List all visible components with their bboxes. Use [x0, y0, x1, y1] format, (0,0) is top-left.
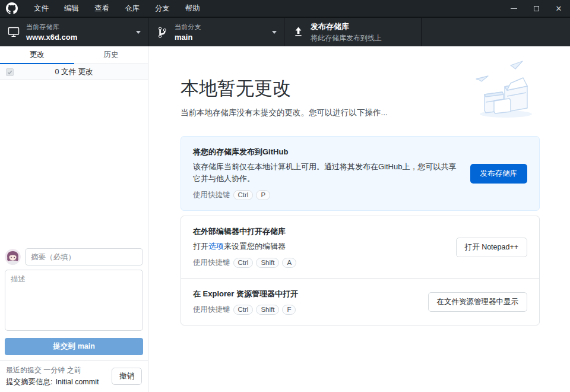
commit-description-textarea[interactable]: [5, 270, 143, 331]
publish-card-title: 将您的存储库发布到GitHub: [193, 147, 460, 157]
key-shift: Shift: [256, 258, 279, 268]
branch-name: main: [175, 33, 201, 42]
commit-button-branch: main: [78, 342, 95, 350]
menu-bar: 文件 编辑 查看 仓库 分支 帮助: [26, 0, 208, 17]
publish-repository-button[interactable]: 发布存储库: [470, 164, 528, 184]
menu-view[interactable]: 查看: [87, 0, 117, 17]
commit-summary-input[interactable]: [25, 248, 143, 265]
minimize-button[interactable]: [502, 0, 525, 17]
toolbar: 当前存储库 www.x6d.com 当前分支 main 发布存储库 将此存储库发…: [0, 17, 570, 46]
open-in-notepad-button[interactable]: 打开 Notepad++: [456, 238, 527, 257]
current-branch-selector[interactable]: 当前分支 main: [148, 18, 284, 46]
close-button[interactable]: ✕: [547, 0, 570, 17]
window-controls: ✕: [502, 0, 570, 17]
recent-commit-panel: 最近的提交 一分钟 之前 提交摘要信息:Initial commit 撤销: [0, 360, 148, 392]
repository-name: www.x6d.com: [26, 33, 77, 42]
git-branch-icon: [156, 26, 169, 39]
publish-subtitle: 将此存储库发布到线上: [311, 33, 382, 43]
commit-form: 提交到main: [0, 244, 148, 360]
maximize-icon: [534, 6, 539, 11]
changes-list-empty: [0, 80, 148, 244]
show-in-explorer-button[interactable]: 在文件资源管理器中显示: [428, 292, 528, 312]
minimize-icon: [511, 8, 517, 9]
options-link[interactable]: 选项: [208, 242, 224, 251]
recent-commit-summary-value: Initial commit: [55, 378, 99, 386]
open-in-editor-card: 在外部编辑器中打开存储库 打开选项来设置您的编辑器 使用快捷键 Ctrl Shi…: [181, 216, 539, 278]
menu-edit[interactable]: 编辑: [56, 0, 87, 17]
avatar: [5, 249, 21, 265]
explorer-card-title: 在 Explorer 资源管理器中打开: [193, 289, 417, 299]
select-all-checkbox[interactable]: [6, 68, 14, 76]
current-repository-selector[interactable]: 当前存储库 www.x6d.com: [0, 18, 148, 46]
editor-card-shortcut: 使用快捷键 Ctrl Shift A: [193, 258, 445, 268]
editor-card-title: 在外部编辑器中打开存储库: [193, 226, 445, 237]
branch-label: 当前分支: [175, 23, 201, 31]
computer-icon: [7, 27, 20, 37]
publish-card-shortcut: 使用快捷键 Ctrl P: [193, 190, 460, 200]
chevron-down-icon: [136, 31, 141, 34]
chevron-down-icon: [272, 31, 277, 34]
publish-to-github-card: 将您的存储库发布到GitHub 该存储库当前仅在本地计算机上可用。通过将其发布在…: [180, 136, 540, 211]
maximize-button[interactable]: [525, 0, 547, 17]
files-changed-count: 0 文件 更改: [0, 67, 148, 77]
commit-button-label: 提交到: [53, 342, 75, 350]
open-actions-group: 在外部编辑器中打开存储库 打开选项来设置您的编辑器 使用快捷键 Ctrl Shi…: [180, 216, 540, 325]
key-ctrl: Ctrl: [233, 305, 254, 315]
menu-help[interactable]: 帮助: [178, 0, 208, 17]
commit-to-branch-button[interactable]: 提交到main: [5, 338, 143, 355]
publish-title: 发布存储库: [311, 21, 382, 32]
key-shift: Shift: [256, 305, 279, 315]
recent-commit-time: 最近的提交 一分钟 之前: [6, 365, 99, 375]
github-logo-icon: [6, 2, 18, 14]
explorer-card-shortcut: 使用快捷键 Ctrl Shift F: [193, 305, 417, 315]
close-icon: ✕: [556, 5, 562, 12]
recent-commit-summary-label: 提交摘要信息:: [6, 378, 52, 386]
publish-repository-action[interactable]: 发布存储库 将此存储库发布到线上: [284, 18, 422, 46]
menu-repository[interactable]: 仓库: [117, 0, 147, 17]
undo-commit-button[interactable]: 撤销: [112, 368, 142, 385]
sidebar-tabs: 更改 历史: [0, 46, 148, 64]
key-a: A: [282, 258, 296, 268]
tab-history[interactable]: 历史: [74, 46, 148, 64]
menu-branch[interactable]: 分支: [147, 0, 178, 17]
menu-file[interactable]: 文件: [26, 0, 56, 17]
key-ctrl: Ctrl: [233, 258, 254, 268]
tab-changes[interactable]: 更改: [0, 46, 74, 64]
open-in-explorer-card: 在 Explorer 资源管理器中打开 使用快捷键 Ctrl Shift F 在…: [181, 278, 539, 325]
sidebar: 更改 历史 0 文件 更改: [0, 46, 148, 392]
empty-state-illustration: [467, 59, 543, 120]
key-ctrl: Ctrl: [233, 190, 254, 200]
main-pane: 本地暂无更改 当前本地存储库没有未提交的更改。您可以进行以下操作... 将您的存…: [148, 46, 570, 392]
title-bar: 文件 编辑 查看 仓库 分支 帮助 ✕: [0, 0, 570, 17]
publish-card-description: 该存储库当前仅在本地计算机上可用。通过将其发布在GitHub上，您可以共享它并与…: [193, 161, 460, 185]
repository-label: 当前存储库: [26, 23, 77, 31]
key-f: F: [282, 305, 296, 315]
changed-files-header: 0 文件 更改: [0, 64, 148, 80]
blank-slate-actions: 将您的存储库发布到GitHub 该存储库当前仅在本地计算机上可用。通过将其发布在…: [180, 136, 540, 325]
upload-icon: [292, 27, 305, 37]
key-p: P: [256, 190, 270, 200]
editor-card-description: 打开选项来设置您的编辑器: [193, 241, 445, 252]
